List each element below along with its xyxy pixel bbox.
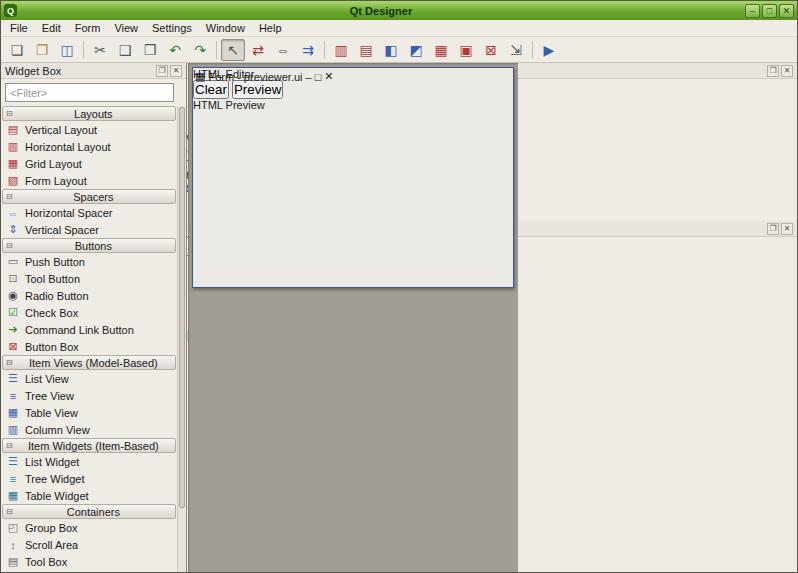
edit-signals-slots-button[interactable]: ⇄ [246, 39, 270, 61]
widget-item-label: Table View [25, 407, 78, 419]
menu-help[interactable]: Help [252, 21, 289, 35]
toolbar-separator [83, 41, 84, 59]
titlebar[interactable]: Q Qt Designer – □ ✕ [1, 1, 797, 20]
horizontal-layout-icon: ▥ [6, 140, 20, 153]
adjust-size-button[interactable]: ⇲ [504, 39, 528, 61]
menu-view[interactable]: View [107, 21, 145, 35]
layout-horizontally-button[interactable]: ▥ [329, 39, 353, 61]
form-close-button[interactable]: ✕ [324, 70, 333, 83]
menu-file[interactable]: File [3, 21, 35, 35]
vertical-layout-icon: ▤ [6, 123, 20, 136]
layout-form-button[interactable]: ▣ [454, 39, 478, 61]
category-buttons[interactable]: ⊟Buttons [2, 238, 176, 253]
cut-button[interactable]: ✂ [88, 39, 112, 61]
category-item-widgets-item-based[interactable]: ⊟Item Widgets (Item-Based) [2, 438, 176, 453]
widget-box-filter-input[interactable] [5, 83, 174, 102]
widget-item-list-widget[interactable]: ☰List Widget [1, 453, 177, 470]
maximize-button[interactable]: □ [762, 4, 777, 18]
category-label: Buttons [15, 240, 172, 252]
widget-item-form-layout[interactable]: ▧Form Layout [1, 172, 177, 189]
layout-splitter-vertical-icon: ◩ [409, 43, 422, 57]
save-form-button[interactable]: ◫ [55, 39, 79, 61]
minimize-button[interactable]: – [745, 4, 760, 18]
tool-button-icon: ⊡ [6, 272, 20, 285]
widget-item-scroll-area[interactable]: ↕Scroll Area [1, 536, 177, 553]
widget-item-tool-button[interactable]: ⊡Tool Button [1, 270, 177, 287]
menubar: FileEditFormViewSettingsWindowHelp [1, 20, 797, 37]
edit-tab-order-button[interactable]: ⇉ [296, 39, 320, 61]
open-form-icon: ❐ [36, 43, 49, 57]
object-inspector-close-button[interactable]: ✕ [781, 65, 793, 77]
widget-item-tree-view[interactable]: ≡Tree View [1, 387, 177, 404]
main-area: Widget Box ❐ ✕ ⊟Layouts▤Vertical Layout▥… [1, 63, 797, 572]
category-item-views-model-based[interactable]: ⊟Item Views (Model-Based) [2, 355, 176, 370]
layout-grid-button[interactable]: ▦ [429, 39, 453, 61]
copy-button[interactable]: ❑ [113, 39, 137, 61]
open-form-button[interactable]: ❐ [30, 39, 54, 61]
form-window-titlebar[interactable]: ▦ Form - previewer.ui – □ ✕ [193, 68, 513, 85]
widget-box-float-button[interactable]: ❐ [156, 65, 168, 77]
redo-button[interactable]: ↷ [188, 39, 212, 61]
menu-edit[interactable]: Edit [35, 21, 68, 35]
menu-window[interactable]: Window [199, 21, 252, 35]
menu-settings[interactable]: Settings [145, 21, 199, 35]
widget-item-table-widget[interactable]: ▦Table Widget [1, 487, 177, 504]
preview-button[interactable]: ▶ [537, 39, 561, 61]
widget-item-button-box[interactable]: ⊠Button Box [1, 338, 177, 355]
layout-splitter-horizontal-button[interactable]: ◧ [379, 39, 403, 61]
widget-item-horizontal-layout[interactable]: ▥Horizontal Layout [1, 138, 177, 155]
new-form-button[interactable]: ❏ [5, 39, 29, 61]
undo-button[interactable]: ↶ [163, 39, 187, 61]
widget-item-label: Push Button [25, 256, 85, 268]
edit-widgets-button[interactable]: ↖ [221, 39, 245, 61]
widget-box-scrollbar[interactable] [177, 106, 186, 572]
category-label: Item Views (Model-Based) [15, 357, 172, 369]
layout-vertically-button[interactable]: ▤ [354, 39, 378, 61]
widget-item-horizontal-spacer[interactable]: ⇔Horizontal Spacer [1, 204, 177, 221]
layout-splitter-vertical-button[interactable]: ◩ [404, 39, 428, 61]
widget-item-column-view[interactable]: ▥Column View [1, 421, 177, 438]
vertical-spacer-icon: ⇕ [6, 223, 20, 236]
widget-item-tool-box[interactable]: ▤Tool Box [1, 553, 177, 570]
adjust-size-icon: ⇲ [510, 43, 522, 57]
toolbar-separator [324, 41, 325, 59]
widget-item-group-box[interactable]: ◰Group Box [1, 519, 177, 536]
break-layout-button[interactable]: ⊠ [479, 39, 503, 61]
preview-group-box[interactable]: HTML Preview [193, 99, 513, 111]
list-widget-icon: ☰ [6, 455, 20, 468]
widget-item-tree-widget[interactable]: ≡Tree Widget [1, 470, 177, 487]
form-maximize-button[interactable]: □ [315, 71, 322, 83]
widget-item-push-button[interactable]: ▭Push Button [1, 253, 177, 270]
category-layouts[interactable]: ⊟Layouts [2, 106, 176, 121]
toolbar-separator [532, 41, 533, 59]
widget-item-label: Tree Widget [25, 473, 85, 485]
close-button[interactable]: ✕ [779, 4, 794, 18]
widget-item-label: Column View [25, 424, 90, 436]
paste-button[interactable]: ❒ [138, 39, 162, 61]
category-containers[interactable]: ⊟Containers [2, 504, 176, 519]
widget-item-label: Tree View [25, 390, 74, 402]
widget-item-command-link-button[interactable]: ➔Command Link Button [1, 321, 177, 338]
widget-item-table-view[interactable]: ▦Table View [1, 404, 177, 421]
toolbar: ❏❐◫✂❑❒↶↷↖⇄⇔⇉▥▤◧◩▦▣⊠⇲▶ [1, 37, 797, 63]
widget-item-radio-button[interactable]: ◉Radio Button [1, 287, 177, 304]
widget-item-vertical-spacer[interactable]: ⇕Vertical Spacer [1, 221, 177, 238]
widget-item-vertical-layout[interactable]: ▤Vertical Layout [1, 121, 177, 138]
widget-item-grid-layout[interactable]: ▦Grid Layout [1, 155, 177, 172]
widget-box-close-button[interactable]: ✕ [170, 65, 182, 77]
preview-icon: ▶ [544, 43, 555, 57]
category-collapse-icon: ⊟ [6, 507, 13, 516]
property-editor-close-button[interactable]: ✕ [781, 223, 793, 235]
layout-vertically-icon: ▤ [359, 43, 372, 57]
object-inspector-float-button[interactable]: ❐ [767, 65, 779, 77]
layout-grid-icon: ▦ [434, 43, 447, 57]
widget-item-list-view[interactable]: ☰List View [1, 370, 177, 387]
form-minimize-button[interactable]: – [306, 71, 312, 83]
category-spacers[interactable]: ⊟Spacers [2, 189, 176, 204]
property-editor-float-button[interactable]: ❐ [767, 223, 779, 235]
scrollbar-thumb[interactable] [179, 107, 185, 508]
edit-buddies-button[interactable]: ⇔ [271, 39, 295, 61]
widget-item-check-box[interactable]: ☑Check Box [1, 304, 177, 321]
menu-form[interactable]: Form [68, 21, 108, 35]
push-button-icon: ▭ [6, 255, 20, 268]
